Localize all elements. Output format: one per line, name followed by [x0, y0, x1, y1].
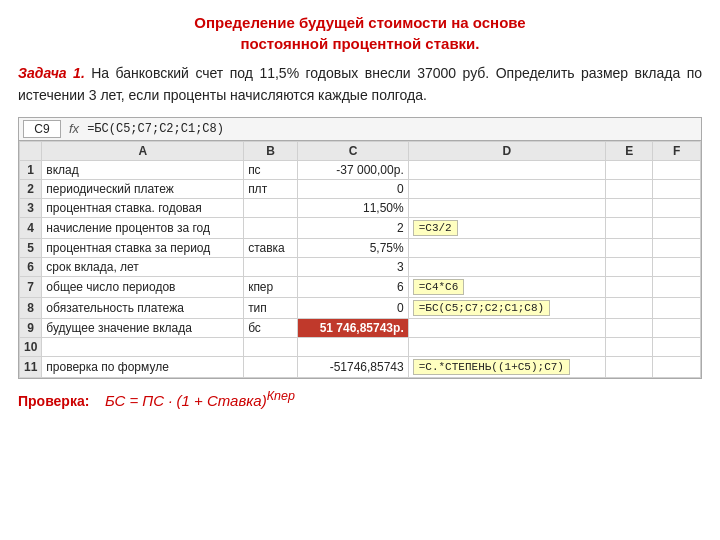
- cell-b9[interactable]: бс: [244, 318, 298, 337]
- cell-e10: [606, 337, 653, 356]
- cell-c10[interactable]: [298, 337, 408, 356]
- cell-reference: C9: [23, 120, 61, 138]
- verification-section: Проверка: БС = ПС · (1 + Ставка)Кпер: [18, 389, 702, 409]
- task-body: На банковский счет под 11,5% годовых вне…: [18, 65, 702, 103]
- cell-e3: [606, 198, 653, 217]
- cell-c2[interactable]: 0: [298, 179, 408, 198]
- row-number: 9: [20, 318, 42, 337]
- spreadsheet-container: C9 fx =БС(C5;C7;C2;C1;C8) A B C D E F 1в…: [18, 117, 702, 379]
- cell-c4[interactable]: 2: [298, 217, 408, 238]
- cell-c9[interactable]: 51 746,85743р.: [298, 318, 408, 337]
- cell-f9: [653, 318, 701, 337]
- cell-a9[interactable]: будущее значение вклада: [42, 318, 244, 337]
- cell-e4: [606, 217, 653, 238]
- task-label: Задача 1.: [18, 65, 85, 81]
- cell-f11: [653, 356, 701, 377]
- cell-b3[interactable]: [244, 198, 298, 217]
- cell-b1[interactable]: пс: [244, 160, 298, 179]
- cell-e2: [606, 179, 653, 198]
- cell-b4[interactable]: [244, 217, 298, 238]
- cell-e7: [606, 276, 653, 297]
- row-number: 11: [20, 356, 42, 377]
- row-number: 8: [20, 297, 42, 318]
- row-number: 1: [20, 160, 42, 179]
- annotation-row4: =C3/2: [413, 220, 458, 236]
- cell-b6[interactable]: [244, 257, 298, 276]
- table-row: 10: [20, 337, 701, 356]
- cell-b5[interactable]: ставка: [244, 238, 298, 257]
- cell-b2[interactable]: плт: [244, 179, 298, 198]
- table-row: 2периодический платежплт0: [20, 179, 701, 198]
- cell-b7[interactable]: кпер: [244, 276, 298, 297]
- cell-d11: =C.*СТЕПЕНЬ((1+C5);C7): [408, 356, 605, 377]
- cell-a2[interactable]: периодический платеж: [42, 179, 244, 198]
- header-row: A B C D E F: [20, 141, 701, 160]
- annotation-row8: =БС(C5;C7;C2;C1;C8): [413, 300, 550, 316]
- cell-d5: [408, 238, 605, 257]
- fx-icon: fx: [65, 121, 83, 136]
- cell-f5: [653, 238, 701, 257]
- cell-e11: [606, 356, 653, 377]
- col-header-f: F: [653, 141, 701, 160]
- cell-f6: [653, 257, 701, 276]
- cell-e1: [606, 160, 653, 179]
- cell-a7[interactable]: общее число периодов: [42, 276, 244, 297]
- col-header-d: D: [408, 141, 605, 160]
- row-number: 6: [20, 257, 42, 276]
- cell-a1[interactable]: вклад: [42, 160, 244, 179]
- table-row: 1вкладпс-37 000,00р.: [20, 160, 701, 179]
- cell-e9: [606, 318, 653, 337]
- table-row: 9будущее значение вкладабс51 746,85743р.: [20, 318, 701, 337]
- cell-e6: [606, 257, 653, 276]
- cell-d3: [408, 198, 605, 217]
- cell-c6[interactable]: 3: [298, 257, 408, 276]
- cell-a3[interactable]: процентная ставка. годовая: [42, 198, 244, 217]
- cell-a6[interactable]: срок вклада, лет: [42, 257, 244, 276]
- row-number: 3: [20, 198, 42, 217]
- verification-formula: БС = ПС · (1 + Ставка)Кпер: [105, 392, 295, 409]
- cell-a11[interactable]: проверка по формуле: [42, 356, 244, 377]
- cell-f3: [653, 198, 701, 217]
- cell-a5[interactable]: процентная ставка за период: [42, 238, 244, 257]
- cell-c1[interactable]: -37 000,00р.: [298, 160, 408, 179]
- cell-b8[interactable]: тип: [244, 297, 298, 318]
- annotation-row7: =C4*C6: [413, 279, 465, 295]
- cell-b10[interactable]: [244, 337, 298, 356]
- title: Определение будущей стоимости на основе …: [18, 12, 702, 54]
- cell-c3[interactable]: 11,50%: [298, 198, 408, 217]
- col-header-b: B: [244, 141, 298, 160]
- cell-f8: [653, 297, 701, 318]
- row-number: 4: [20, 217, 42, 238]
- cell-f7: [653, 276, 701, 297]
- formula-bar: C9 fx =БС(C5;C7;C2;C1;C8): [19, 118, 701, 141]
- cell-c8[interactable]: 0: [298, 297, 408, 318]
- row-number: 7: [20, 276, 42, 297]
- table-row: 5процентная ставка за периодставка5,75%: [20, 238, 701, 257]
- cell-c5[interactable]: 5,75%: [298, 238, 408, 257]
- cell-d7: =C4*C6: [408, 276, 605, 297]
- task-description: Задача 1. На банковский счет под 11,5% г…: [18, 62, 702, 107]
- table-row: 7общее число периодовкпер6=C4*C6: [20, 276, 701, 297]
- cell-b11[interactable]: [244, 356, 298, 377]
- title-line2: постоянной процентной ставки.: [240, 35, 479, 52]
- table-row: 8обязательность платежатип0=БС(C5;C7;C2;…: [20, 297, 701, 318]
- title-line1: Определение будущей стоимости на основе: [194, 14, 525, 31]
- col-header-num: [20, 141, 42, 160]
- cell-d1: [408, 160, 605, 179]
- spreadsheet-area: A B C D E F 1вкладпс-37 000,00р.2периоди…: [19, 141, 701, 378]
- cell-d10: [408, 337, 605, 356]
- cell-a10[interactable]: [42, 337, 244, 356]
- cell-c11[interactable]: -51746,85743: [298, 356, 408, 377]
- cell-a4[interactable]: начисление процентов за год: [42, 217, 244, 238]
- table-row: 6срок вклада, лет3: [20, 257, 701, 276]
- cell-c7[interactable]: 6: [298, 276, 408, 297]
- table-row: 11проверка по формуле-51746,85743=C.*СТЕ…: [20, 356, 701, 377]
- formula-text: =БС(C5;C7;C2;C1;C8): [87, 122, 224, 136]
- cell-d4: =C3/2: [408, 217, 605, 238]
- cell-a8[interactable]: обязательность платежа: [42, 297, 244, 318]
- spreadsheet-table: A B C D E F 1вкладпс-37 000,00р.2периоди…: [19, 141, 701, 378]
- cell-f4: [653, 217, 701, 238]
- cell-f10: [653, 337, 701, 356]
- row-number: 10: [20, 337, 42, 356]
- cell-d9: [408, 318, 605, 337]
